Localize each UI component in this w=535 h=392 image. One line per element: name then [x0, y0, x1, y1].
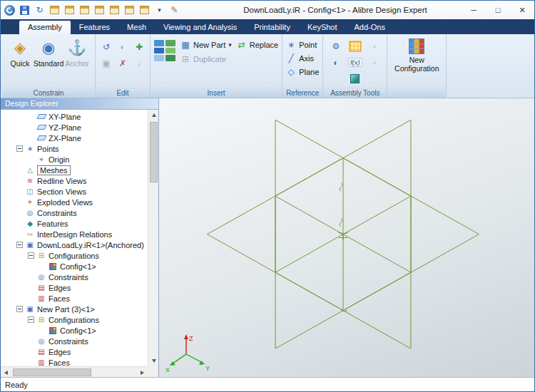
- tree-item-downloadly-part[interactable]: ▣ DownLoadLy.iR<1>(Anchored): [1, 239, 148, 250]
- tree-item-config-1-b[interactable]: Config<1>: [1, 325, 148, 336]
- gear-icon[interactable]: ⚙: [327, 38, 345, 53]
- collapse-expander-icon[interactable]: [28, 252, 34, 259]
- mesh-icon: △: [25, 166, 35, 175]
- tree-item-label: Configurations: [49, 252, 99, 260]
- horizontal-scroll-thumb[interactable]: [13, 368, 91, 376]
- tree-item-exploded-views[interactable]: ✶ Exploded Views: [1, 197, 148, 207]
- tree-item-interdesign-relations[interactable]: ∾ InterDesign Relations: [1, 229, 148, 239]
- view-cube-icon[interactable]: [346, 71, 364, 86]
- delete-x-icon[interactable]: ✗: [116, 56, 130, 71]
- close-button[interactable]: ✕: [510, 1, 534, 19]
- minimize-button[interactable]: ─: [462, 1, 486, 19]
- group-edit: ↺ ◐ ✚ ▣ ✗ ↓ Edit: [96, 34, 151, 98]
- collapse-expander-icon[interactable]: [16, 242, 23, 248]
- vertical-scroll-thumb[interactable]: [150, 122, 158, 182]
- plane-label-mark: [340, 183, 342, 192]
- copy-grid-icon[interactable]: ▣: [99, 56, 113, 71]
- standard-constraint-button[interactable]: ◉ Standard: [34, 37, 63, 68]
- design-explorer-header: Design Explorer: [1, 98, 158, 110]
- scroll-up-arrow-icon[interactable]: [148, 110, 158, 120]
- tree-item-xy-plane[interactable]: XY-Plane: [1, 111, 148, 122]
- tree-item-edges[interactable]: ▤ Edges: [1, 282, 148, 293]
- point-button[interactable]: ∗ Point: [286, 40, 319, 50]
- window-title: DownLoadLy.iR - Config<1> - Alibre Desig…: [180, 6, 462, 14]
- tree-item-new-part[interactable]: ▣ New Part (3)<1>: [1, 304, 148, 314]
- tree-item-features[interactable]: ◆ Features: [1, 218, 148, 229]
- workspace-window-icon-3[interactable]: [78, 4, 91, 16]
- workspace-window-icon-5[interactable]: [108, 4, 121, 16]
- small-square-icon-2[interactable]: ▫: [365, 55, 383, 70]
- tree-item-configurations-2[interactable]: ⊞ Configurations: [1, 314, 148, 325]
- tree-item-yz-plane[interactable]: YZ-Plane: [1, 122, 148, 133]
- app-logo-icon[interactable]: [4, 4, 16, 16]
- half-circle-icon[interactable]: ◐: [116, 40, 130, 54]
- workspace-window-icon-2[interactable]: [63, 4, 76, 16]
- tree-item-section-views[interactable]: ◫ Section Views: [1, 186, 148, 197]
- configurations-grid-icon[interactable]: [346, 38, 364, 53]
- button-label: Standard: [34, 59, 64, 68]
- tree-item-label: Features: [37, 220, 68, 228]
- new-part-button[interactable]: ▦ New Part ▾: [180, 40, 232, 50]
- tab-keyshot[interactable]: KeyShot: [299, 21, 346, 34]
- insert-design-grid-icon[interactable]: [154, 40, 175, 61]
- app-window: ↻ ▾ ✎ DownLoadLy.iR - Config<1> - Alibre…: [0, 0, 535, 392]
- new-part-dropdown-caret-icon[interactable]: ▾: [228, 41, 232, 48]
- group-insert: ▦ New Part ▾ ⊞ Duplicate ⇄ Replace: [151, 34, 282, 98]
- tree-item-faces-2[interactable]: ▥ Faces: [1, 357, 148, 366]
- button-label: New Configuration: [391, 56, 442, 73]
- save-icon[interactable]: [19, 4, 31, 16]
- scroll-down-arrow-icon[interactable]: [148, 356, 158, 366]
- tab-viewing-and-analysis[interactable]: Viewing and Analysis: [155, 21, 245, 34]
- tree-item-configurations[interactable]: ⊞ Configurations: [1, 250, 148, 261]
- tree-item-edges-2[interactable]: ▤ Edges: [1, 346, 148, 357]
- collapse-expander-icon[interactable]: [28, 316, 34, 323]
- scroll-left-arrow-icon[interactable]: [1, 367, 11, 377]
- status-bar: Ready: [1, 377, 534, 391]
- tab-add-ons[interactable]: Add-Ons: [346, 21, 394, 34]
- plus-icon[interactable]: ✚: [132, 40, 146, 54]
- small-square-icon-1[interactable]: ▫: [365, 38, 383, 53]
- tree-item-part-constraints-2[interactable]: ◎ Constraints: [1, 336, 148, 346]
- tab-assembly[interactable]: Assembly: [19, 21, 71, 34]
- down-arrow-icon[interactable]: ↓: [132, 56, 146, 71]
- collapse-expander-icon[interactable]: [16, 306, 23, 312]
- model-viewport[interactable]: Z X Y: [159, 98, 534, 377]
- workspace-window-icon-1[interactable]: [49, 4, 61, 16]
- tree-item-constraints[interactable]: ◎ Constraints: [1, 207, 148, 218]
- tab-printability[interactable]: Printability: [245, 21, 299, 34]
- tree-item-zx-plane[interactable]: ZX-Plane: [1, 133, 148, 143]
- tree-item-part-constraints[interactable]: ◎ Constraints: [1, 272, 148, 282]
- duplicate-button[interactable]: ⊞ Duplicate: [180, 54, 232, 64]
- tree-item-config-1[interactable]: Config<1>: [1, 261, 148, 272]
- tab-features[interactable]: Features: [71, 21, 118, 34]
- collapse-expander-icon[interactable]: [16, 145, 23, 152]
- equations-icon[interactable]: f(x): [346, 55, 364, 70]
- workspace-window-icon-7[interactable]: [138, 4, 151, 16]
- horizontal-scrollbar[interactable]: [1, 366, 148, 377]
- sync-icon[interactable]: ↻: [34, 4, 46, 16]
- tab-mesh[interactable]: Mesh: [118, 21, 155, 34]
- half-shaded-icon[interactable]: ◐: [327, 55, 345, 70]
- maximize-button[interactable]: □: [486, 1, 510, 19]
- tree-item-points[interactable]: ∗ Points: [1, 143, 148, 154]
- interdesign-relations-icon: ∾: [25, 230, 35, 239]
- tree-item-meshes[interactable]: △ Meshes: [1, 165, 148, 175]
- quick-constraint-button[interactable]: ◈ Quick: [6, 37, 34, 68]
- tree-item-origin[interactable]: ⌖ Origin: [1, 154, 148, 165]
- toolbar-options-caret-icon[interactable]: ▾: [153, 4, 165, 16]
- pen-icon[interactable]: ✎: [168, 4, 180, 16]
- tree-item-redline-views[interactable]: ≋ Redline Views: [1, 175, 148, 186]
- tree-item-label: Config<1>: [60, 262, 96, 271]
- new-configuration-button[interactable]: New Configuration: [391, 37, 442, 73]
- tree-item-faces[interactable]: ▥ Faces: [1, 293, 148, 304]
- plane-button[interactable]: ◇ Plane: [286, 67, 319, 77]
- tree-item-label: Exploded Views: [37, 198, 93, 207]
- workspace-window-icon-4[interactable]: [93, 4, 106, 16]
- replace-button[interactable]: ⇄ Replace: [237, 40, 278, 50]
- workspace-window-icon-6[interactable]: [123, 4, 136, 16]
- vertical-scrollbar[interactable]: [148, 110, 158, 366]
- anchor-button[interactable]: ⚓ Anchor: [63, 37, 91, 68]
- axis-button[interactable]: ╱ Axis: [286, 53, 319, 63]
- undo-arrow-icon[interactable]: ↺: [99, 40, 113, 54]
- scroll-right-arrow-icon[interactable]: [137, 367, 148, 377]
